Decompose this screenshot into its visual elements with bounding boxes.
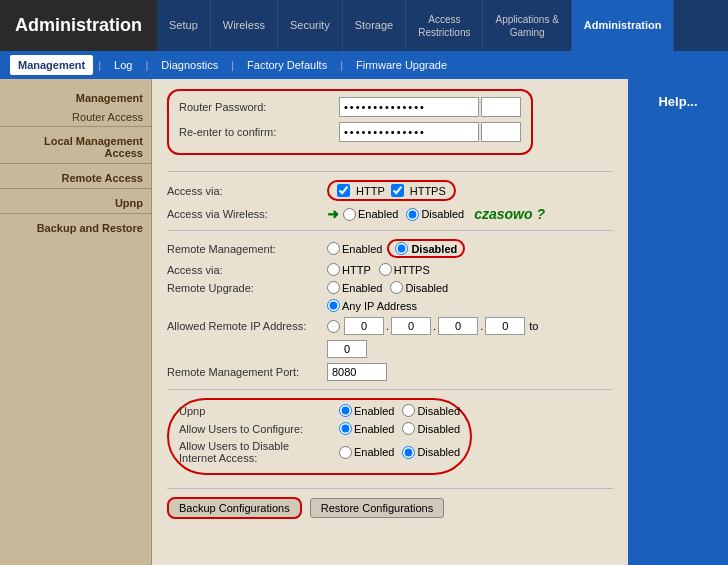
subnav-diagnostics[interactable]: Diagnostics xyxy=(153,55,226,75)
https-label: HTTPS xyxy=(410,185,446,197)
upgrade-enabled-radio[interactable] xyxy=(327,281,340,294)
remote-management-label: Remote Management: xyxy=(167,243,327,255)
brand-title: Administration xyxy=(15,15,142,36)
reenter-label: Re-enter to confirm: xyxy=(179,126,339,138)
tab-admin[interactable]: Administration xyxy=(572,0,675,51)
upnp-oval: Upnp Enabled Disabled Allow Users to Con… xyxy=(167,398,472,475)
access-via-oval: HTTP HTTPS xyxy=(327,180,456,201)
remote-disabled-label: Disabled xyxy=(411,243,457,255)
port-input[interactable] xyxy=(327,363,387,381)
sidebar-item-router-access: Router Access xyxy=(0,108,151,126)
reenter-password-input[interactable] xyxy=(339,122,479,142)
top-header: Administration Setup Wireless Security S… xyxy=(0,0,728,51)
dot2: . xyxy=(433,320,436,332)
upgrade-enabled-label: Enabled xyxy=(342,282,382,294)
sidebar-section-backup: Backup and Restore xyxy=(0,213,151,238)
access-via-row: Access via: HTTP HTTPS xyxy=(167,180,613,201)
http-checkbox[interactable] xyxy=(337,184,350,197)
specific-ip-radio[interactable] xyxy=(327,320,340,333)
remote-http-label: HTTP xyxy=(342,264,371,276)
sidebar: Management Router Access Local Managemen… xyxy=(0,79,152,565)
remote-http-radio[interactable] xyxy=(327,263,340,276)
configure-disabled-radio[interactable] xyxy=(402,422,415,435)
upnp-enabled-label: Enabled xyxy=(354,405,394,417)
tab-storage[interactable]: Storage xyxy=(343,0,407,51)
upnp-row: Upnp Enabled Disabled xyxy=(179,404,460,417)
sidebar-section-local: Local Management Access xyxy=(0,126,151,163)
internet-enabled-radio[interactable] xyxy=(339,446,352,459)
czasowo-text: czasowo ? xyxy=(474,206,545,222)
help-link[interactable]: Help... xyxy=(658,94,697,109)
password-suffix-box xyxy=(481,97,521,117)
tab-wireless[interactable]: Wireless xyxy=(211,0,278,51)
access-wireless-row: Access via Wireless: ➜ Enabled Disabled … xyxy=(167,206,613,222)
backup-restore-row: Backup Configurations Restore Configurat… xyxy=(167,497,613,519)
sep2: | xyxy=(145,59,148,71)
ip-field-3[interactable] xyxy=(438,317,478,335)
remote-disabled-radio[interactable] xyxy=(395,242,408,255)
sep3: | xyxy=(231,59,234,71)
backup-button[interactable]: Backup Configurations xyxy=(167,497,302,519)
upgrade-disabled-label: Disabled xyxy=(405,282,448,294)
configure-enabled-radio[interactable] xyxy=(339,422,352,435)
tab-setup[interactable]: Setup xyxy=(157,0,211,51)
divider3 xyxy=(167,389,613,390)
subnav-factory[interactable]: Factory Defaults xyxy=(239,55,335,75)
any-ip-radio[interactable] xyxy=(327,299,340,312)
restore-button[interactable]: Restore Configurations xyxy=(310,498,445,518)
ip-last-field[interactable] xyxy=(327,340,367,358)
wireless-enabled-radio[interactable] xyxy=(343,208,356,221)
remote-management-row: Remote Management: Enabled Disabled xyxy=(167,239,613,258)
wireless-enabled-label: Enabled xyxy=(358,208,398,220)
remote-access-via-label: Access via: xyxy=(167,264,327,276)
internet-disabled-radio[interactable] xyxy=(402,446,415,459)
router-password-oval: Router Password: Re-enter to confirm: xyxy=(167,89,533,155)
ip-field-1[interactable] xyxy=(344,317,384,335)
reenter-suffix-box xyxy=(481,122,521,142)
sep4: | xyxy=(340,59,343,71)
remote-upgrade-row: Remote Upgrade: Enabled Disabled xyxy=(167,281,613,294)
remote-disabled-oval: Disabled xyxy=(387,239,465,258)
http-label: HTTP xyxy=(356,185,385,197)
configure-disabled-label: Disabled xyxy=(417,423,460,435)
sep1: | xyxy=(98,59,101,71)
green-arrow-icon: ➜ xyxy=(327,206,339,222)
remote-https-label: HTTPS xyxy=(394,264,430,276)
divider4 xyxy=(167,488,613,489)
dot3: . xyxy=(480,320,483,332)
allowed-ip-row: Allowed Remote IP Address: . . . to xyxy=(167,317,613,335)
https-checkbox[interactable] xyxy=(391,184,404,197)
remote-enabled-radio[interactable] xyxy=(327,242,340,255)
port-label: Remote Management Port: xyxy=(167,366,327,378)
brand: Administration xyxy=(0,0,157,51)
upnp-enabled-radio[interactable] xyxy=(339,404,352,417)
access-wireless-label: Access via Wireless: xyxy=(167,208,327,220)
allow-configure-row: Allow Users to Configure: Enabled Disabl… xyxy=(179,422,460,435)
tab-access[interactable]: AccessRestrictions xyxy=(406,0,483,51)
remote-enabled-label: Enabled xyxy=(342,243,382,255)
configure-enabled-label: Enabled xyxy=(354,423,394,435)
ip-field-4[interactable] xyxy=(485,317,525,335)
allow-disable-row: Allow Users to DisableInternet Access: E… xyxy=(179,440,460,464)
subnav-firmware[interactable]: Firmware Upgrade xyxy=(348,55,455,75)
subnav-log[interactable]: Log xyxy=(106,55,140,75)
tab-security[interactable]: Security xyxy=(278,0,343,51)
upgrade-disabled-radio[interactable] xyxy=(390,281,403,294)
sidebar-section-upnp: Upnp xyxy=(0,188,151,213)
subnav-management[interactable]: Management xyxy=(10,55,93,75)
upnp-disabled-radio[interactable] xyxy=(402,404,415,417)
tab-gaming[interactable]: Applications &Gaming xyxy=(483,0,571,51)
remote-access-via-row: Access via: HTTP HTTPS xyxy=(167,263,613,276)
wireless-disabled-radio[interactable] xyxy=(406,208,419,221)
router-password-input[interactable] xyxy=(339,97,479,117)
dot1: . xyxy=(386,320,389,332)
ip-last-row xyxy=(167,340,613,358)
ip-field-2[interactable] xyxy=(391,317,431,335)
sidebar-section-remote: Remote Access xyxy=(0,163,151,188)
remote-https-radio[interactable] xyxy=(379,263,392,276)
upnp-disabled-label: Disabled xyxy=(417,405,460,417)
internet-enabled-label: Enabled xyxy=(354,446,394,458)
router-password-row: Router Password: xyxy=(179,97,521,117)
sub-nav: Management | Log | Diagnostics | Factory… xyxy=(0,51,728,79)
divider1 xyxy=(167,171,613,172)
